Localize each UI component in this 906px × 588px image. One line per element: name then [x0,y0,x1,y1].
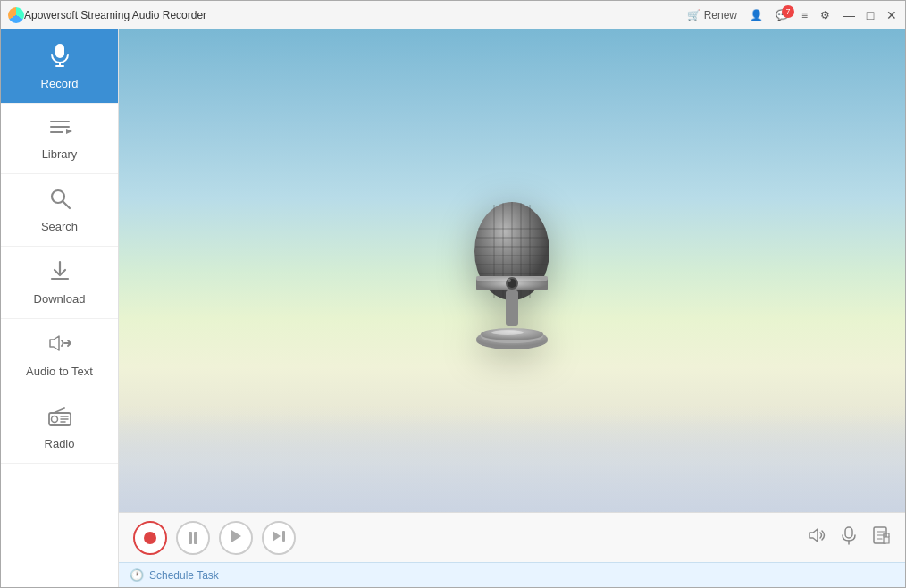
main-layout: Record Library [1,29,905,587]
user-icon: 👤 [750,9,763,21]
app-window: Apowersoft Streaming Audio Recorder 🛒 Re… [0,0,906,588]
cart-icon: 🛒 [687,9,700,21]
sidebar-item-radio[interactable]: Radio [1,391,118,464]
record-label: Record [41,77,79,90]
gear-icon: ⚙ [820,9,830,21]
app-logo [8,7,24,23]
download-icon [48,259,71,289]
svg-rect-45 [282,531,285,542]
renew-label: Renew [704,9,737,21]
mic-settings-icon[interactable] [839,525,859,550]
maximize-button[interactable]: □ [864,9,877,21]
search-label: Search [41,220,78,233]
svg-rect-37 [506,290,518,326]
window-controls: — □ ✕ [843,9,898,21]
app-title: Apowersoft Streaming Audio Recorder [24,9,687,21]
title-bar-actions: 🛒 Renew 👤 💬 7 ≡ ⚙ [687,9,830,21]
svg-marker-43 [231,530,241,542]
chat-button[interactable]: 💬 7 [776,9,789,21]
skip-button[interactable] [262,521,296,555]
microphone-icon [47,42,72,73]
sidebar: Record Library [1,29,119,587]
radio-label: Radio [45,437,75,450]
svg-marker-46 [810,529,818,542]
play-icon [230,529,242,547]
right-controls [807,525,891,550]
svg-line-8 [63,202,70,209]
svg-rect-47 [845,527,852,538]
volume-icon[interactable] [807,525,826,550]
play-button[interactable] [219,521,253,555]
close-button[interactable]: ✕ [885,9,898,21]
svg-marker-6 [66,129,72,134]
menu-button[interactable]: ≡ [801,9,808,21]
clock-icon: 🕐 [130,568,144,582]
content-area: 🕐 Schedule Task [119,29,905,587]
library-icon [47,116,72,144]
audio-to-text-icon [47,332,72,361]
svg-marker-44 [273,531,281,542]
pause-icon [189,532,197,544]
sidebar-item-search[interactable]: Search [1,174,118,247]
svg-point-15 [51,416,57,423]
record-button[interactable] [133,521,167,555]
svg-marker-53 [884,537,889,543]
skip-icon [272,529,286,547]
schedule-text: Schedule Task [149,569,219,582]
library-label: Library [42,147,78,161]
main-visual [119,29,905,512]
list-icon: ≡ [801,9,808,21]
format-icon[interactable] [871,525,891,550]
settings-button[interactable]: ⚙ [820,9,830,21]
controls-bar [119,512,905,562]
sidebar-item-audio-to-text[interactable]: Audio to Text [1,319,118,391]
schedule-bar[interactable]: 🕐 Schedule Task [119,562,905,587]
sidebar-item-library[interactable]: Library [1,104,118,174]
audio-to-text-label: Audio to Text [26,365,93,378]
sidebar-item-download[interactable]: Download [1,247,118,319]
renew-button[interactable]: 🛒 Renew [687,9,737,21]
svg-marker-11 [50,336,59,350]
chat-badge: 7 [782,5,794,18]
record-dot [144,532,156,544]
svg-rect-0 [55,44,64,58]
user-button[interactable]: 👤 [750,9,763,21]
svg-point-35 [508,279,511,282]
minimize-button[interactable]: — [843,9,855,21]
title-bar: Apowersoft Streaming Audio Recorder 🛒 Re… [1,1,905,29]
microphone-image [449,171,575,371]
svg-point-42 [491,330,524,335]
search-icon [48,187,71,216]
sidebar-item-record[interactable]: Record [1,29,118,104]
download-label: Download [34,292,86,306]
radio-icon [47,404,72,433]
pause-button[interactable] [176,521,210,555]
